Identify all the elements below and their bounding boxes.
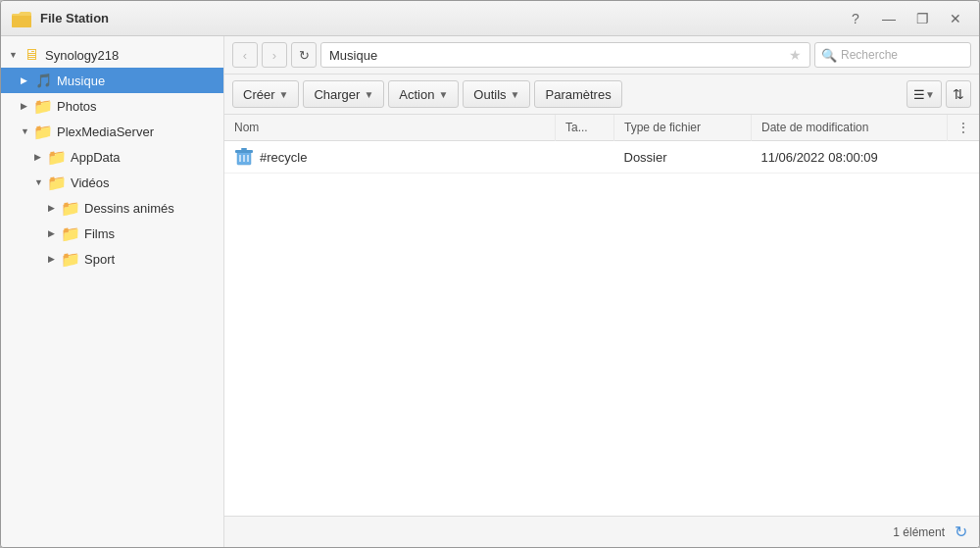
sort-button[interactable]: ⇅ — [946, 80, 971, 108]
back-button[interactable]: ‹ — [232, 42, 258, 68]
dessins-folder-icon: 📁 — [62, 199, 79, 217]
sidebar-item-musique[interactable]: ▶ 🎵 Musique — [1, 68, 223, 93]
window-controls: ? — ❐ ✕ — [842, 8, 969, 29]
file-name: #recycle — [260, 150, 307, 165]
films-label: Films — [84, 226, 115, 241]
action-label: Action — [399, 87, 434, 102]
videos-label: Vidéos — [71, 175, 110, 190]
search-icon: 🔍 — [821, 48, 837, 63]
appdata-arrow: ▶ — [34, 152, 48, 162]
root-arrow: ▼ — [9, 50, 23, 60]
path-bar: Musique ★ — [320, 42, 810, 68]
col-nom[interactable]: Nom — [224, 115, 556, 141]
sport-arrow: ▶ — [48, 254, 62, 264]
svg-rect-3 — [235, 150, 253, 153]
col-type[interactable]: Type de fichier — [614, 115, 752, 141]
status-count: 1 élément — [893, 525, 945, 539]
main-content: ▼ 🖥 Synology218 ▶ 🎵 Musique ▶ 📁 Photos ▼… — [1, 36, 979, 547]
photos-folder-icon: 📁 — [34, 97, 52, 115]
close-button[interactable]: ✕ — [942, 8, 969, 29]
action-dropdown-arrow: ▼ — [438, 89, 448, 100]
svg-rect-4 — [241, 148, 247, 150]
file-table-container: Nom Ta... Type de fichier Date de modifi… — [224, 115, 979, 516]
minimize-button[interactable]: — — [875, 8, 903, 29]
table-body: #recycle Dossier 11/06/2022 08:00:09 — [224, 141, 979, 174]
sidebar-item-dessins[interactable]: ▶ 📁 Dessins animés — [1, 195, 223, 221]
plex-folder-icon: 📁 — [34, 123, 52, 140]
forward-button[interactable]: › — [262, 42, 287, 68]
dessins-label: Dessins animés — [84, 201, 174, 216]
path-text: Musique — [329, 48, 377, 63]
file-pane: ‹ › ↻ Musique ★ 🔍 Recherche Créer ▼ — [224, 36, 979, 547]
musique-folder-icon: 🎵 — [34, 72, 52, 89]
create-button[interactable]: Créer ▼ — [232, 80, 299, 108]
create-dropdown-arrow: ▼ — [279, 89, 289, 100]
table-row[interactable]: #recycle Dossier 11/06/2022 08:00:09 — [224, 141, 979, 174]
dessins-arrow: ▶ — [48, 203, 62, 213]
sidebar-item-appdata[interactable]: ▶ 📁 AppData — [1, 144, 223, 170]
col-taille[interactable]: Ta... — [556, 115, 614, 141]
app-icon — [11, 8, 32, 29]
favorite-star[interactable]: ★ — [789, 47, 802, 63]
view-list-button[interactable]: ☰ ▼ — [906, 80, 942, 108]
action-toolbar: Créer ▼ Charger ▼ Action ▼ Outils ▼ Para… — [224, 75, 979, 115]
sidebar-root[interactable]: ▼ 🖥 Synology218 — [1, 42, 223, 68]
file-type: Dossier — [614, 141, 752, 174]
sport-label: Sport — [84, 252, 115, 267]
create-label: Créer — [243, 87, 275, 102]
action-button[interactable]: Action ▼ — [388, 80, 459, 108]
sidebar: ▼ 🖥 Synology218 ▶ 🎵 Musique ▶ 📁 Photos ▼… — [1, 36, 224, 547]
window-title: File Station — [40, 11, 842, 25]
plex-arrow: ▼ — [21, 126, 34, 136]
root-folder-icon: 🖥 — [23, 46, 40, 64]
upload-button[interactable]: Charger ▼ — [303, 80, 384, 108]
upload-dropdown-arrow: ▼ — [364, 89, 373, 100]
sport-folder-icon: 📁 — [62, 250, 79, 268]
titlebar: File Station ? — ❐ ✕ — [1, 1, 979, 36]
statusbar-refresh-button[interactable]: ↻ — [955, 523, 967, 541]
films-arrow: ▶ — [48, 228, 62, 238]
file-size — [556, 141, 614, 174]
parameters-label: Paramètres — [545, 87, 611, 102]
file-date: 11/06/2022 08:00:09 — [752, 141, 948, 174]
films-folder-icon: 📁 — [62, 224, 79, 242]
tools-dropdown-arrow: ▼ — [511, 89, 520, 100]
table-header: Nom Ta... Type de fichier Date de modifi… — [224, 115, 979, 141]
sidebar-item-plex[interactable]: ▼ 📁 PlexMediaServer — [1, 119, 223, 144]
view-dropdown-arrow: ▼ — [925, 89, 935, 100]
file-options — [948, 141, 980, 174]
appdata-folder-icon: 📁 — [48, 148, 66, 166]
file-station-window: File Station ? — ❐ ✕ ▼ 🖥 Synology218 ▶ 🎵… — [0, 0, 980, 548]
photos-label: Photos — [57, 99, 96, 114]
search-placeholder: Recherche — [841, 48, 898, 62]
sidebar-item-films[interactable]: ▶ 📁 Films — [1, 221, 223, 246]
appdata-label: AppData — [71, 150, 121, 165]
sort-icon: ⇅ — [953, 86, 964, 102]
photos-arrow: ▶ — [21, 101, 34, 111]
search-box[interactable]: 🔍 Recherche — [814, 42, 971, 68]
sidebar-item-videos[interactable]: ▼ 📁 Vidéos — [1, 170, 223, 195]
help-button[interactable]: ? — [842, 8, 869, 29]
videos-folder-icon: 📁 — [48, 174, 66, 191]
musique-label: Musique — [57, 74, 105, 88]
svg-rect-1 — [12, 16, 31, 27]
path-toolbar: ‹ › ↻ Musique ★ 🔍 Recherche — [224, 36, 979, 75]
parameters-button[interactable]: Paramètres — [534, 80, 621, 108]
col-date[interactable]: Date de modification — [752, 115, 948, 141]
root-label: Synology218 — [45, 48, 119, 63]
sidebar-item-photos[interactable]: ▶ 📁 Photos — [1, 93, 223, 119]
videos-arrow: ▼ — [34, 177, 48, 187]
col-options[interactable]: ⋮ — [948, 115, 980, 141]
restore-button[interactable]: ❐ — [908, 8, 936, 29]
view-list-icon: ☰ — [913, 87, 925, 102]
file-table: Nom Ta... Type de fichier Date de modifi… — [224, 115, 979, 174]
refresh-button[interactable]: ↻ — [291, 42, 317, 68]
tools-label: Outils — [473, 87, 506, 102]
tools-button[interactable]: Outils ▼ — [463, 80, 530, 108]
recycle-bin-icon — [234, 146, 254, 168]
upload-label: Charger — [314, 87, 360, 102]
plex-label: PlexMediaServer — [57, 125, 154, 139]
file-name-cell: #recycle — [224, 141, 556, 174]
statusbar: 1 élément ↻ — [224, 516, 979, 547]
sidebar-item-sport[interactable]: ▶ 📁 Sport — [1, 246, 223, 272]
